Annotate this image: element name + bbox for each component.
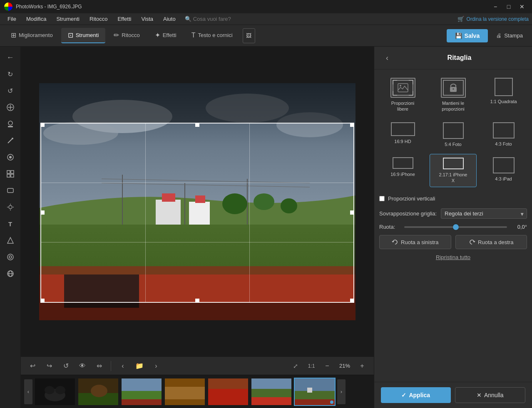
crop-option-iphonex[interactable]: 2.17:1 iPhoneX	[430, 154, 477, 188]
minimize-button[interactable]: −	[490, 2, 501, 11]
panel-scrollable[interactable]: Proporzionilibere Mantieni leproporzion	[374, 69, 532, 382]
menu-file[interactable]: File	[3, 14, 20, 24]
print-button[interactable]: 🖨 Stampa	[491, 29, 528, 42]
tab-testo[interactable]: T Testo e cornici	[185, 28, 239, 43]
filmstrip-thumb-4[interactable]	[164, 378, 206, 406]
svg-rect-63	[295, 378, 335, 391]
folder-button[interactable]: 📁	[133, 359, 146, 373]
compare-button[interactable]: ⇔	[92, 359, 106, 373]
svg-rect-67	[393, 80, 413, 95]
crop-option-iphone[interactable]: 16:9 iPhone	[379, 154, 426, 188]
next-button[interactable]: ›	[149, 359, 163, 373]
svg-point-48	[45, 386, 55, 394]
prev-button[interactable]: ‹	[116, 359, 129, 373]
effetti-icon: ✦	[155, 31, 160, 39]
tool-globe[interactable]	[3, 266, 18, 281]
tool-undo[interactable]: ↺	[3, 83, 18, 98]
filmstrip-thumb-1[interactable]	[34, 378, 76, 406]
crop-handle-tm[interactable]	[195, 123, 199, 127]
rotate-left-button[interactable]: Ruota a sinistra	[379, 235, 451, 249]
tool-stamp[interactable]	[3, 116, 18, 131]
tab-ritocco[interactable]: ✏ Ritocco	[107, 28, 146, 43]
tool-brightness[interactable]	[3, 200, 18, 215]
crop-handle-bl[interactable]	[40, 299, 45, 303]
crop-handle-ml[interactable]	[40, 210, 45, 215]
eye-button[interactable]: 👁	[76, 359, 89, 373]
cancel-label: Annulla	[484, 392, 504, 398]
tab-strumenti[interactable]: ⊡ Strumenti	[61, 28, 106, 43]
menu-vista[interactable]: Vista	[137, 14, 157, 24]
upgrade-button[interactable]: 🛒 Ordina la versione completa	[457, 16, 529, 22]
undo-button[interactable]: ↩	[26, 359, 39, 373]
filmstrip-thumb-7[interactable]	[294, 378, 336, 406]
apply-label: Applica	[409, 392, 430, 398]
tool-brush[interactable]	[3, 133, 18, 148]
crop-option-foto54[interactable]: 5:4 Foto	[430, 119, 477, 151]
canvas-container[interactable]	[21, 47, 374, 356]
tool-paint[interactable]	[3, 233, 18, 248]
filmstrip-prev[interactable]: ‹	[24, 379, 32, 404]
panel-back-button[interactable]: ‹	[381, 52, 393, 64]
gallery-button[interactable]: 🖼	[243, 28, 255, 43]
reset-all-link[interactable]: Ripristina tutto	[436, 254, 470, 260]
maximize-button[interactable]: □	[503, 2, 515, 11]
crop-option-foto43[interactable]: 4:3 Foto	[480, 119, 527, 151]
crop-option-free[interactable]: Proporzionilibere	[379, 74, 426, 116]
svg-rect-13	[7, 188, 13, 193]
zoom-1to1-button[interactable]: 1:1	[305, 359, 318, 373]
filmstrip-thumb-2[interactable]	[77, 378, 119, 406]
proportions-vertical-label[interactable]: Proporzioni verticali	[388, 195, 435, 202]
crop-handle-mr[interactable]	[350, 210, 354, 215]
crop-option-lock[interactable]: Mantieni leproporzioni	[430, 74, 477, 116]
redo-button[interactable]: ↪	[42, 359, 56, 373]
menu-effetti[interactable]: Effetti	[113, 14, 135, 24]
filmstrip-thumb-6[interactable]	[251, 378, 292, 406]
tool-redeye[interactable]	[3, 150, 18, 165]
tab-effetti[interactable]: ✦ Effetti	[148, 28, 183, 43]
filmstrip-next[interactable]: ›	[337, 379, 346, 404]
crop-handle-tl[interactable]	[40, 123, 45, 127]
rotate-right-button[interactable]: Ruota a destra	[455, 235, 527, 249]
crop-label-43: 4:3 Foto	[495, 141, 512, 147]
reset-button[interactable]: ↺	[59, 359, 72, 373]
tab-miglioramento[interactable]: ⊞ Miglioramento	[4, 28, 60, 43]
crop-rectangle[interactable]	[40, 123, 354, 303]
search-input[interactable]	[193, 16, 243, 22]
close-button[interactable]: ✕	[516, 2, 528, 11]
grid-overlay-select[interactable]: Nessuna Regola dei terzi Griglia Diagona…	[441, 208, 527, 219]
tool-grid[interactable]	[3, 166, 18, 181]
crop-handle-tr[interactable]	[350, 123, 354, 127]
tool-text[interactable]: T	[3, 216, 18, 231]
zoom-fit-button[interactable]: ⤢	[289, 359, 302, 373]
ritocco-icon: ✏	[114, 31, 119, 39]
crop-handle-br[interactable]	[350, 299, 354, 303]
zoom-out-button[interactable]: −	[321, 359, 334, 373]
crop-dark-bottom	[39, 303, 355, 320]
tool-redo[interactable]: ↻	[3, 67, 18, 82]
proportions-vertical-checkbox[interactable]	[379, 196, 385, 201]
menu-aiuto[interactable]: Aiuto	[159, 14, 180, 24]
tool-shape[interactable]	[3, 183, 18, 198]
nav-next-button[interactable]: ›	[149, 359, 163, 373]
crop-option-hd169[interactable]: 16:9 HD	[379, 119, 426, 151]
filmstrip-thumb-5[interactable]	[207, 378, 249, 406]
menu-strumenti[interactable]: Strumenti	[52, 14, 84, 24]
crop-option-ipad[interactable]: 4:3 iPad	[480, 154, 527, 188]
crop-dark-right	[354, 123, 355, 303]
filmstrip-thumb-3[interactable]	[121, 378, 162, 406]
menu-ritocco[interactable]: Ritocco	[85, 14, 112, 24]
tool-back[interactable]: ←	[3, 50, 18, 65]
cancel-button[interactable]: ✕ Annulla	[455, 387, 526, 403]
crop-icon-54	[443, 122, 464, 139]
rotate-slider[interactable]	[404, 226, 507, 228]
zoom-in-button[interactable]: +	[355, 359, 369, 373]
tool-audio[interactable]	[3, 250, 18, 265]
filmstrip: ‹	[21, 375, 374, 408]
nav-prev-button[interactable]: ‹	[116, 359, 129, 373]
crop-option-square[interactable]: 1:1 Quadrata	[480, 74, 527, 116]
tool-healing[interactable]	[3, 100, 18, 115]
save-button[interactable]: 💾 Salva	[447, 29, 488, 42]
menu-modifica[interactable]: Modifica	[22, 14, 50, 24]
crop-handle-bm[interactable]	[195, 299, 199, 303]
apply-button[interactable]: ✓ Applica	[381, 387, 451, 403]
